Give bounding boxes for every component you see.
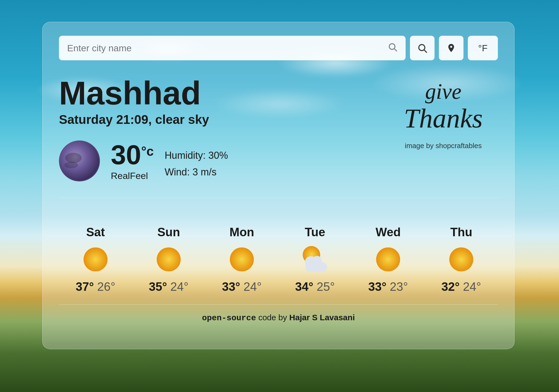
partly-cloudy-icon — [300, 244, 330, 274]
high-temp: 33° — [368, 280, 386, 293]
weather-card: °F Mashhad Saturday 21:09, clear sky — [42, 22, 515, 349]
forecast-day: Wed 33° 23° — [368, 225, 408, 294]
sun-icon — [227, 244, 257, 274]
low-temp: 24° — [463, 280, 481, 293]
footer-middle: code by — [258, 313, 289, 322]
day-label: Thu — [450, 225, 472, 239]
temp-block: 30 °c RealFeel — [111, 141, 154, 181]
svg-point-8 — [230, 247, 254, 271]
sun-icon — [446, 244, 476, 274]
low-temp: 23° — [390, 280, 408, 293]
forecast-section: Sat 37° 26°Sun 35° 24°Mon — [43, 209, 514, 304]
forecast-icon — [227, 244, 257, 274]
city-datetime: Saturday 21:09, clear sky — [59, 112, 372, 127]
give-text: give — [396, 79, 491, 103]
low-temp: 24° — [170, 280, 189, 293]
day-label: Sun — [157, 225, 180, 239]
forecast-day: Mon 33° 24° — [222, 225, 261, 294]
temperature-value: 30 — [111, 141, 141, 168]
forecast-icon — [300, 244, 330, 274]
city-info: Mashhad Saturday 21:09, clear sky — [59, 77, 372, 181]
footer: open-source code by Hajar S Lavasani — [43, 305, 514, 331]
high-temp: 34° — [295, 280, 313, 293]
forecast-temps: 33° 23° — [368, 280, 408, 294]
forecast-day: Sun 35° 24° — [149, 225, 188, 294]
sun-icon — [154, 244, 184, 274]
search-input[interactable] — [67, 43, 383, 53]
sun-icon — [81, 244, 111, 274]
forecast-temps: 35° 24° — [149, 280, 188, 294]
svg-point-5 — [64, 162, 78, 168]
high-temp: 33° — [222, 280, 240, 293]
forecast-icon — [81, 244, 111, 274]
svg-point-13 — [376, 247, 400, 271]
forecast-day: Sat 37° 26° — [76, 225, 115, 294]
footer-opensource: open-source — [202, 313, 256, 323]
location-button[interactable] — [439, 36, 463, 60]
high-temp: 32° — [441, 280, 460, 293]
weather-details: Humidity: 30% Wind: 3 m/s — [165, 142, 228, 180]
svg-point-4 — [60, 141, 99, 181]
wind-text: Wind: 3 m/s — [165, 164, 228, 180]
svg-point-7 — [157, 247, 181, 271]
low-temp: 24° — [243, 280, 262, 293]
city-name: Mashhad — [59, 77, 372, 109]
footer-author: Hajar S Lavasani — [289, 313, 355, 322]
temp-row: 30 °c RealFeel Humidity: 30% Wind: 3 m/s — [59, 140, 372, 181]
forecast-temps: 32° 24° — [441, 280, 481, 294]
forecast-day: Tue 34° 25° — [295, 225, 335, 294]
thanks-text: Thanks — [396, 103, 491, 133]
svg-line-1 — [394, 49, 397, 51]
divider — [59, 198, 498, 198]
forecast-temps: 37° 26° — [76, 280, 115, 294]
temperature-unit: °c — [141, 145, 154, 158]
day-label: Sat — [86, 225, 105, 239]
right-section: give Thanks image by shopcraftables — [389, 77, 498, 150]
svg-point-12 — [312, 256, 322, 266]
high-temp: 37° — [76, 280, 94, 293]
forecast-icon — [446, 244, 476, 274]
unit-toggle-button[interactable]: °F — [468, 36, 498, 60]
unit-label: °F — [478, 43, 487, 53]
realfeel-label: RealFeel — [111, 170, 154, 181]
forecast-temps: 33° 24° — [222, 280, 261, 294]
search-row: °F — [43, 22, 514, 71]
image-credit: image by shopcraftables — [405, 142, 482, 150]
give-thanks-decoration: give Thanks — [396, 77, 491, 133]
high-temp: 35° — [149, 280, 167, 293]
sun-icon — [373, 244, 403, 274]
low-temp: 26° — [97, 280, 115, 293]
forecast-temps: 34° 25° — [295, 280, 335, 294]
search-button[interactable] — [410, 36, 435, 60]
svg-point-6 — [84, 247, 108, 271]
forecast-icon — [154, 244, 184, 274]
day-label: Tue — [305, 225, 325, 239]
forecast-icon — [373, 244, 403, 274]
weather-main: Mashhad Saturday 21:09, clear sky — [43, 71, 514, 181]
svg-line-3 — [424, 50, 427, 52]
low-temp: 25° — [317, 280, 335, 293]
search-box — [59, 36, 406, 60]
weather-icon-main — [59, 140, 100, 181]
forecast-day: Thu 32° 24° — [441, 225, 481, 294]
day-label: Mon — [230, 225, 254, 239]
svg-point-14 — [449, 247, 473, 271]
humidity-text: Humidity: 30% — [165, 147, 228, 164]
day-label: Wed — [376, 225, 401, 239]
search-icon — [388, 42, 397, 54]
